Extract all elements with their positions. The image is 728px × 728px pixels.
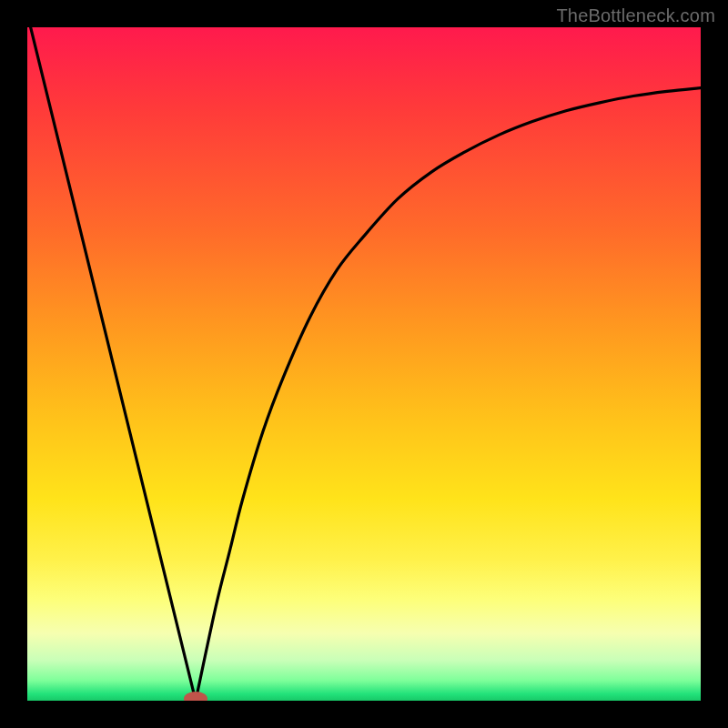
curve-path	[27, 27, 701, 701]
bottleneck-curve	[27, 27, 701, 701]
chart-frame: TheBottleneck.com	[0, 0, 728, 728]
minimum-marker	[184, 692, 207, 701]
plot-area	[27, 27, 701, 701]
source-watermark: TheBottleneck.com	[556, 5, 715, 26]
